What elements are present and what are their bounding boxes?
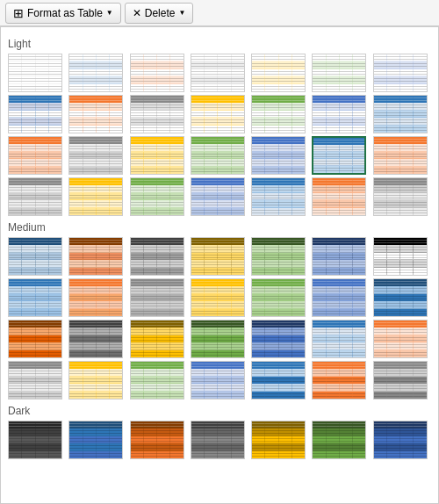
table-style-thumb[interactable] (68, 278, 123, 317)
table-style-thumb[interactable] (8, 54, 62, 92)
table-style-thumb[interactable] (312, 361, 366, 400)
table-style-thumb[interactable] (373, 421, 428, 459)
table-style-thumb[interactable] (251, 237, 306, 276)
table-style-thumb[interactable] (130, 237, 184, 276)
style-grid-dark (8, 421, 431, 459)
table-style-thumb[interactable] (312, 421, 366, 459)
section-label-light: Light (8, 38, 431, 50)
table-style-thumb[interactable] (373, 95, 428, 133)
table-style-thumb[interactable] (130, 320, 184, 358)
table-style-thumb[interactable] (312, 237, 366, 276)
table-style-thumb[interactable] (191, 95, 245, 133)
delete-button[interactable]: ✕ Delete ▼ (125, 3, 194, 24)
table-style-thumb[interactable] (251, 177, 306, 216)
table-style-thumb[interactable] (68, 54, 123, 92)
table-style-thumb[interactable] (373, 136, 428, 175)
table-style-thumb[interactable] (8, 136, 62, 175)
table-style-thumb[interactable] (312, 320, 366, 358)
table-style-thumb[interactable] (68, 177, 123, 216)
table-style-thumb[interactable] (8, 361, 62, 400)
table-style-thumb[interactable] (251, 136, 306, 175)
toolbar: ⊞ Format as Table ▼ ✕ Delete ▼ (0, 0, 439, 26)
table-style-thumb[interactable] (373, 237, 428, 276)
table-style-thumb[interactable] (8, 177, 62, 216)
table-style-thumb[interactable] (130, 361, 184, 400)
delete-caret-icon: ▼ (178, 9, 185, 17)
table-style-thumb[interactable] (251, 95, 306, 133)
format-as-table-button[interactable]: ⊞ Format as Table ▼ (5, 3, 121, 24)
table-style-thumb[interactable] (191, 278, 245, 317)
table-style-thumb[interactable] (68, 421, 123, 459)
table-style-thumb[interactable] (130, 136, 184, 175)
table-style-thumb[interactable] (8, 421, 62, 459)
table-style-thumb[interactable] (191, 237, 245, 276)
table-style-thumb[interactable] (191, 361, 245, 400)
table-style-thumb[interactable] (373, 177, 428, 216)
table-style-thumb[interactable] (373, 361, 428, 400)
style-grid-medium (8, 237, 431, 400)
table-style-thumb[interactable] (191, 177, 245, 216)
table-style-thumb[interactable] (312, 278, 366, 317)
table-style-panel: LightMediumDark (0, 26, 439, 504)
table-style-thumb[interactable] (191, 421, 245, 459)
table-style-thumb[interactable] (68, 361, 123, 400)
table-style-thumb[interactable] (68, 237, 123, 276)
table-style-thumb[interactable] (8, 320, 62, 358)
format-as-table-label: Format as Table (27, 7, 103, 19)
table-icon: ⊞ (13, 6, 24, 20)
table-style-thumb[interactable] (251, 54, 306, 92)
table-style-thumb[interactable] (312, 54, 366, 92)
delete-icon: ✕ (133, 7, 141, 19)
table-style-thumb[interactable] (373, 54, 428, 92)
section-label-dark: Dark (8, 405, 431, 417)
table-style-thumb[interactable] (191, 136, 245, 175)
delete-label: Delete (145, 7, 176, 19)
table-style-thumb[interactable] (68, 320, 123, 358)
table-style-thumb[interactable] (8, 95, 62, 133)
table-style-thumb[interactable] (191, 320, 245, 358)
table-style-thumb[interactable] (8, 278, 62, 317)
table-style-thumb[interactable] (68, 95, 123, 133)
table-style-thumb[interactable] (251, 361, 306, 400)
table-style-thumb[interactable] (373, 278, 428, 317)
table-style-thumb[interactable] (130, 177, 184, 216)
table-style-thumb[interactable] (251, 320, 306, 358)
table-style-thumb[interactable] (130, 54, 184, 92)
table-style-thumb[interactable] (130, 421, 184, 459)
table-style-thumb[interactable] (312, 177, 366, 216)
style-grid-light (8, 54, 431, 216)
table-style-thumb[interactable] (191, 54, 245, 92)
table-style-thumb[interactable] (251, 421, 306, 459)
table-style-thumb[interactable] (130, 95, 184, 133)
table-style-thumb[interactable] (8, 237, 62, 276)
section-label-medium: Medium (8, 221, 431, 234)
table-style-thumb[interactable] (130, 278, 184, 317)
table-style-thumb[interactable] (68, 136, 123, 175)
table-style-thumb[interactable] (373, 320, 428, 358)
table-style-thumb[interactable] (251, 278, 306, 317)
table-style-thumb[interactable] (312, 95, 366, 133)
table-style-thumb[interactable] (312, 136, 366, 175)
dropdown-caret-icon: ▼ (106, 9, 113, 17)
